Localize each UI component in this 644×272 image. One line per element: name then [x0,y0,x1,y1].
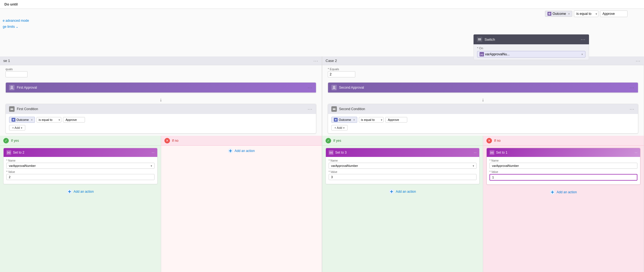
first-condition-row: Outcome × is equal to [9,117,313,123]
first-outcome-label: Outcome [16,118,29,121]
svg-point-0 [548,13,551,15]
case2-branches: ✓ If yes {x} Set to 3 ··· [322,136,644,272]
first-condition-title: First Condition [17,107,306,111]
case2-if-yes: ✓ If yes {x} Set to 3 ··· [322,136,483,272]
first-outcome-close[interactable]: × [31,118,33,121]
first-approval-more-button[interactable]: ··· [308,85,313,90]
set-to-1-value-input[interactable] [489,174,637,181]
change-limits: ge limits ⌄ [3,25,18,29]
first-operator-wrapper: is equal to [37,117,61,123]
case2-equals-label: * Equals [328,67,638,71]
advanced-mode-link[interactable]: e advanced mode [3,19,29,23]
second-outcome-close[interactable]: × [353,118,355,121]
first-outcome-icon [12,118,15,122]
case1-more-button[interactable]: ··· [313,59,318,63]
arrow-down-1: ↓ [0,96,322,104]
set-to-1-more-button[interactable]: ··· [635,151,637,154]
set-to-2-value-label: * Value [6,170,155,173]
second-condition-header: Second Condition ··· [328,104,638,114]
first-approval-block: First Approval ··· [5,82,316,93]
page-title: Do until [4,2,18,6]
second-outcome-label: Outcome [339,118,351,121]
first-add-button[interactable]: + Add ▾ [9,125,25,130]
set-to-3-name-input[interactable]: varApprovalNumber ▾ [329,163,477,169]
set-to-3-body: * Name varApprovalNumber ▾ * Value [326,157,479,184]
second-approve-input[interactable] [385,117,407,123]
outcome-chip-close[interactable]: × [568,12,570,15]
second-approval-title: Second Approval [339,86,628,89]
case1-equals: quals [0,65,322,80]
first-condition-body: Outcome × is equal to + Add [6,114,316,133]
set-to-3-title: Set to 3 [335,151,472,154]
second-add-button[interactable]: + Add ▾ [331,125,348,130]
case2-if-yes-label: If yes [333,139,341,143]
switch-block: Switch ··· * On {x} varApprovalNu... × [474,34,589,60]
svg-rect-1 [478,39,481,39]
set-to-2-name-input[interactable]: varApprovalNumber ▾ [6,163,155,169]
set-to-1-body: * Name varApprovalNumber * Value [487,157,640,184]
set-to-1-title: Set to 1 [496,151,633,154]
set-to-1-name-row: * Name varApprovalNumber [489,159,637,169]
svg-rect-13 [333,109,335,110]
case1-equals-input[interactable] [5,71,27,77]
switch-more-button[interactable]: ··· [581,37,586,42]
operator-select[interactable]: is equal to [574,10,598,17]
set-to-1-name-input[interactable]: varApprovalNumber [489,163,637,169]
switch-title: Switch [485,37,495,42]
case1-if-yes-add-action[interactable]: Add an action [0,186,161,197]
set-to-1-block: {x} Set to 1 ··· * Name varApprovalNumbe… [486,148,640,185]
case1-header: se 1 ··· [0,56,322,65]
second-outcome-chip: Outcome × [331,117,357,123]
switch-body: * On {x} varApprovalNu... × [474,44,589,60]
case2-if-yes-add-action[interactable]: Add an action [322,186,483,197]
case2-if-yes-header: ✓ If yes [322,136,483,146]
set-to-1-value-row: * Value [489,170,637,181]
second-operator-select[interactable]: is equal to [359,117,384,123]
case2-main: * Equals Second Approval ··· [322,65,644,272]
set-to-3-icon: {x} [329,150,334,155]
switch-on-label: * On [477,47,585,50]
second-approval-block: Second Approval ··· [328,82,638,93]
change-limits-link[interactable]: ge limits ⌄ [3,25,18,29]
set-to-3-more-button[interactable]: ··· [474,151,477,154]
first-add-row: + Add ▾ [9,125,313,130]
case2-equals-input[interactable] [328,71,355,77]
on-value-close[interactable]: × [581,53,583,56]
set-to-3-value-input[interactable] [329,174,477,180]
svg-point-6 [13,119,14,121]
case1-no-check: ✕ [164,138,170,143]
svg-point-14 [335,119,337,121]
case2-if-no-add-action[interactable]: Add an action [483,187,644,197]
first-condition-more-button[interactable]: ··· [308,107,313,111]
set-to-1-value-label: * Value [489,170,637,173]
case2-if-no-label: If no [494,139,500,143]
switch-header: Switch ··· [474,34,589,44]
case2-if-no-add-label: Add an action [557,190,577,194]
second-approval-header: Second Approval ··· [328,83,638,93]
case2-if-no-add-icon [550,190,555,195]
second-condition-block: Second Condition ··· Outcome × [328,104,638,134]
second-condition-body: Outcome × is equal to [328,114,638,133]
case1-if-yes-add-label: Add an action [74,190,94,194]
var-icon: {x} [480,52,484,56]
set-to-2-more-button[interactable]: ··· [152,151,154,154]
condition-value-input[interactable] [600,10,628,17]
svg-rect-12 [333,108,335,109]
case2-no-check: ✕ [486,138,492,143]
case2-more-button[interactable]: ··· [636,59,641,63]
case1-if-no: ✕ If no Add an action [161,136,322,272]
first-condition-header: First Condition ··· [6,104,316,114]
case2-if-yes-add-icon [389,189,394,194]
second-approval-more-button[interactable]: ··· [630,85,635,90]
first-approve-input[interactable] [63,117,85,123]
case1-if-no-label: If no [172,139,178,143]
set-to-1-icon: {x} [489,150,494,155]
svg-rect-4 [10,108,13,109]
case1-if-yes-header: ✓ If yes [0,136,161,146]
set-to-3-value-row: * Value [329,170,477,180]
case1-if-no-add-action[interactable]: Add an action [161,146,322,156]
second-condition-more-button[interactable]: ··· [630,107,635,111]
first-outcome-chip: Outcome × [9,117,35,123]
first-operator-select[interactable]: is equal to [37,117,61,123]
set-to-2-value-input[interactable] [6,174,155,180]
